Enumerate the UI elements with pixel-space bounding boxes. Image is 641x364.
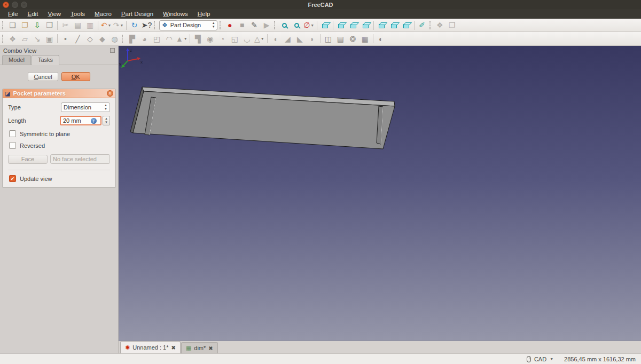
draw-style-button[interactable]: ∅▼ bbox=[303, 20, 315, 31]
whats-this-icon: ➤? bbox=[142, 21, 152, 29]
toolbar-standard: ❏❐⇩❒✂▤▥↶▼↷▼↻➤?❖Part Design▲▼●■✎▶∅▼✐❖❐ bbox=[0, 19, 641, 32]
toolbar-drag-handle[interactable] bbox=[429, 21, 432, 29]
refresh-icon: ↻ bbox=[131, 21, 138, 29]
clipboard-tool-button: ❖ bbox=[434, 20, 446, 31]
menu-windows[interactable]: Windows bbox=[158, 10, 193, 18]
close-tab-icon[interactable]: ✖ bbox=[171, 345, 175, 351]
toolbar-separator bbox=[414, 21, 415, 30]
nav-style-selector[interactable]: CAD bbox=[534, 356, 546, 362]
menu-tools[interactable]: Tools bbox=[66, 10, 90, 18]
ok-button[interactable]: OK bbox=[61, 72, 90, 81]
menu-macro[interactable]: Macro bbox=[90, 10, 116, 18]
toolbar-drag-handle[interactable] bbox=[220, 21, 222, 29]
datum-plane-icon: ◇ bbox=[87, 35, 93, 43]
macro-record-icon: ● bbox=[228, 21, 232, 29]
view-rear-icon bbox=[379, 24, 385, 28]
dropdown-arrow-icon[interactable]: ▼ bbox=[120, 23, 123, 27]
expression-icon[interactable]: ƒ bbox=[91, 118, 97, 124]
fillet-button: ◖ bbox=[269, 33, 282, 44]
float-panel-icon[interactable] bbox=[110, 48, 115, 53]
chevron-down-icon[interactable]: ▼ bbox=[550, 357, 553, 361]
new-document-icon: ❏ bbox=[9, 21, 16, 29]
dropdown-arrow-icon[interactable]: ▼ bbox=[261, 37, 264, 41]
view-right-button[interactable] bbox=[359, 20, 372, 31]
datum-plane-button: ◇ bbox=[84, 33, 96, 44]
dropdown-arrow-icon[interactable]: ▼ bbox=[184, 37, 187, 41]
undo-button[interactable]: ↶▼ bbox=[100, 20, 112, 31]
new-document-button[interactable]: ❏ bbox=[6, 20, 19, 31]
print-document-button[interactable]: ❒ bbox=[43, 20, 56, 31]
axis-gizmo: z x y bbox=[119, 46, 143, 70]
update-view-label: Update view bbox=[20, 176, 52, 182]
toolbar-drag-handle[interactable] bbox=[274, 21, 276, 29]
length-input[interactable] bbox=[63, 117, 91, 124]
view-bottom-button[interactable] bbox=[388, 20, 400, 31]
folder-tool-icon: ❐ bbox=[449, 21, 456, 29]
whats-this-button[interactable]: ➤? bbox=[140, 20, 153, 31]
datum-point-icon: • bbox=[64, 35, 67, 43]
cancel-button[interactable]: Cancel bbox=[28, 72, 58, 81]
zoom-tool-icon bbox=[294, 23, 299, 28]
view-top-button[interactable] bbox=[347, 20, 359, 31]
view-axonometric-button[interactable] bbox=[319, 20, 331, 31]
mouse-icon bbox=[527, 356, 531, 362]
create-sketch-icon: ▱ bbox=[22, 35, 28, 43]
map-sketch-button: ↘ bbox=[31, 33, 43, 44]
chamfer-button: ◢ bbox=[282, 33, 294, 44]
print-document-icon: ❒ bbox=[46, 21, 53, 29]
length-spinner[interactable]: ▲▼ bbox=[103, 116, 110, 125]
folder-tool-button: ❐ bbox=[446, 20, 458, 31]
update-view-checkbox[interactable]: ✔ bbox=[9, 175, 16, 182]
dropdown-arrow-icon[interactable]: ▼ bbox=[107, 23, 111, 27]
toolbar-drag-handle[interactable] bbox=[154, 21, 156, 29]
reversed-checkbox[interactable] bbox=[9, 142, 16, 149]
save-document-icon: ⇩ bbox=[34, 21, 41, 29]
toolbar-separator bbox=[57, 34, 58, 43]
face-input bbox=[53, 156, 107, 162]
refresh-button[interactable]: ↻ bbox=[128, 20, 140, 31]
measure-button[interactable]: ✐ bbox=[416, 20, 428, 31]
menu-help[interactable]: Help bbox=[193, 10, 215, 18]
collapse-icon[interactable]: « bbox=[107, 90, 113, 97]
view-left-icon bbox=[403, 24, 409, 28]
menu-part-design[interactable]: Part Design bbox=[116, 10, 158, 18]
menu-file[interactable]: File bbox=[3, 10, 23, 18]
additive-pipe-icon: ◠ bbox=[166, 35, 172, 43]
combo-view-title: Combo View bbox=[3, 48, 36, 54]
workbench-selector[interactable]: ❖Part Design▲▼ bbox=[159, 20, 217, 30]
tab-model[interactable]: Model bbox=[2, 55, 31, 65]
combo-arrows-icon: ▲▼ bbox=[212, 21, 215, 28]
macro-stop-button[interactable]: ■ bbox=[236, 20, 248, 31]
clipboard-tool-icon: ❖ bbox=[436, 21, 443, 29]
macro-record-button[interactable]: ● bbox=[224, 20, 236, 31]
3d-viewport[interactable]: z x y bbox=[119, 46, 641, 341]
view-rear-button[interactable] bbox=[376, 20, 388, 31]
toolbar-drag-handle[interactable] bbox=[122, 35, 124, 43]
toolbar-drag-handle[interactable] bbox=[2, 35, 4, 43]
macro-edit-button[interactable]: ✎ bbox=[248, 20, 261, 31]
task-title: Pocket parameters bbox=[13, 90, 107, 97]
menu-view[interactable]: View bbox=[43, 10, 66, 18]
fit-all-button[interactable] bbox=[278, 20, 291, 31]
dropdown-arrow-icon[interactable]: ▼ bbox=[310, 23, 314, 27]
pocket-icon: ◪ bbox=[5, 90, 10, 97]
open-document-icon: ❐ bbox=[21, 21, 28, 29]
macro-play-icon: ▶ bbox=[264, 21, 270, 29]
zoom-tool-button[interactable] bbox=[291, 20, 303, 31]
save-document-button[interactable]: ⇩ bbox=[31, 20, 43, 31]
tab-tasks[interactable]: Tasks bbox=[32, 55, 59, 65]
open-document-button[interactable]: ❐ bbox=[19, 20, 31, 31]
symmetric-checkbox[interactable] bbox=[9, 130, 16, 137]
additive-pipe-button: ◠ bbox=[163, 33, 175, 44]
pocket-parameters-box: ◪ Pocket parameters « Type Dimension ▲▼ bbox=[2, 89, 116, 188]
type-dropdown[interactable]: Dimension ▲▼ bbox=[61, 102, 110, 112]
tab-dim-document[interactable]: ▦ dim* ✖ bbox=[181, 342, 218, 353]
boolean-operation-icon: ◐ bbox=[379, 35, 383, 43]
tab-unnamed-document[interactable]: ✺ Unnamed : 1* ✖ bbox=[120, 341, 181, 353]
thickness-icon: ◗ bbox=[310, 35, 314, 43]
view-front-button[interactable] bbox=[335, 20, 347, 31]
close-tab-icon[interactable]: ✖ bbox=[208, 345, 213, 351]
toolbar-drag-handle[interactable] bbox=[2, 21, 4, 29]
menu-edit[interactable]: Edit bbox=[23, 10, 43, 18]
view-left-button[interactable] bbox=[400, 20, 412, 31]
